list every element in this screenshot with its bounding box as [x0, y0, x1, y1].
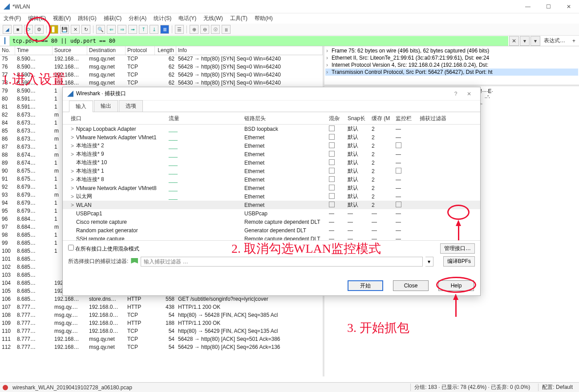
help-button[interactable]: Help [438, 280, 474, 291]
packet-row[interactable]: 1108.777…msg.qy.…192.168.0…TCP54http(80)… [0, 327, 323, 335]
wireshark-fin-icon [67, 91, 73, 97]
go-last-icon[interactable]: ⤓ [150, 25, 158, 34]
close-dialog-button[interactable]: Close [393, 280, 429, 291]
packet-row[interactable]: 758.590…192.168…msg.qy.netTCP6256427 → h… [0, 55, 323, 63]
maximize-button[interactable]: ☐ [538, 0, 559, 13]
reload-icon[interactable]: ↻ [81, 25, 90, 34]
packet-row[interactable]: 788.590…192.168…msg.qy.netTCP6256430 → h… [0, 79, 323, 87]
menu-item[interactable]: 视图(V) [53, 15, 71, 22]
interface-row[interactable]: 本地连接* 10___Ethernet默认2— [63, 158, 480, 167]
annotation-arrow-2 [456, 220, 461, 226]
open-file-icon[interactable]: ▋ [49, 25, 58, 34]
status-profile[interactable]: 配置: Default [538, 384, 576, 391]
dialog-tab[interactable]: 输入 [69, 101, 93, 112]
capture-filter-label: 所选择接口的捕获过滤器: [68, 258, 128, 265]
filter-recent-button[interactable]: ▾ [530, 36, 540, 46]
menu-item[interactable]: 统计(S) [154, 15, 171, 22]
capture-filter-dropdown[interactable]: ▾ [425, 257, 433, 267]
display-filter-bar: ▕▏ ✕ ▾ ▾ 表达式… + [0, 36, 579, 46]
packet-row[interactable]: 1088.777…msg.qy.…192.168.0…TCP54http(80)… [0, 311, 323, 319]
interface-row[interactable]: >本地连接* 9___Ethernet默认2— [63, 150, 480, 158]
filter-bookmark-icon[interactable]: ▕▏ [0, 36, 10, 46]
packet-row[interactable]: 778.590…192.168…msg.qy.netTCP6256429 → h… [0, 71, 323, 79]
packet-row[interactable]: 768.590…192.168…msg.qy.netTCP6256428 → h… [0, 63, 323, 71]
packet-row[interactable]: 1068.685…192.168…store.dns…HTTP558GET /s… [0, 295, 323, 303]
main-toolbar: ◢ ■ ⟳ ⚙ ▋ 💾 ✕ ↻ 🔍 ⇐ ⇒ ➟ ⤒ ⤓ ≣ ☰ ⊕ ⊖ ⦾ ⫼ [0, 23, 579, 36]
menu-item[interactable]: 分析(A) [129, 15, 146, 22]
close-file-icon[interactable]: ✕ [71, 25, 80, 34]
zoom-out-icon[interactable]: ⊖ [200, 25, 209, 34]
auto-scroll-icon[interactable]: ≣ [160, 25, 169, 34]
interface-row[interactable]: >VMware Network Adapter VMnet1___Etherne… [63, 133, 480, 141]
interface-row[interactable]: SSH remote captureRemote capture depende… [63, 234, 480, 240]
menu-item[interactable]: 捕获(C) [104, 15, 122, 22]
filter-clear-button[interactable]: ✕ [509, 36, 519, 46]
menubar: 文件(F)编辑(E)视图(V)跳转(G)捕获(C)分析(A)统计(S)电话(Y)… [0, 13, 579, 23]
capture-options-icon[interactable]: ⚙ [35, 25, 44, 34]
packet-row[interactable]: 1078.777…msg.qy.…192.168.0…HTTP438HTTP/1… [0, 303, 323, 311]
menu-item[interactable]: 工具(T) [230, 15, 247, 22]
interface-row[interactable]: Cisco remote captureRemote capture depen… [63, 218, 480, 226]
packet-row[interactable]: 1098.777…msg.qy.…192.168.0…HTTP188HTTP/1… [0, 319, 323, 327]
interface-row[interactable]: >本地连接* 8___Ethernet默认2— [63, 175, 480, 184]
add-filter-button[interactable]: + [569, 38, 579, 44]
zoom-reset-icon[interactable]: ⦾ [211, 25, 220, 34]
capture-interfaces-dialog: Wireshark · 捕获接口 ? ✕ 输入输出选项 接口 流量 链路层头 混… [62, 87, 481, 296]
dialog-tab[interactable]: 选项 [119, 100, 143, 112]
promiscuous-all-checkbox[interactable]: 在所有接口上使用混杂模式 [68, 245, 139, 253]
dialog-tab[interactable]: 输出 [94, 100, 118, 112]
menu-item[interactable]: 文件(F) [4, 15, 21, 22]
interface-row[interactable]: Random packet generatorGenerator depende… [63, 226, 480, 234]
window-titlebar: *WLAN — ☐ ✕ [0, 0, 579, 13]
stop-capture-icon[interactable]: ■ [13, 25, 22, 34]
packet-list-header[interactable]: No.TimeSourceDestinationProtocolLengthIn… [0, 46, 323, 55]
restart-capture-icon[interactable]: ⟳ [24, 25, 33, 34]
dialog-tabs: 输入输出选项 [63, 101, 480, 112]
status-packet-counts: 分组: 183 · 已显示: 78 (42.6%) · 已丢弃: 0 (0.0%… [410, 384, 534, 391]
start-button[interactable]: 开始 [348, 280, 383, 291]
interface-row[interactable]: >WLANEthernet默认2 [63, 201, 480, 209]
find-icon[interactable]: 🔍 [96, 25, 105, 34]
colorize-icon[interactable]: ☰ [175, 25, 184, 34]
window-title: *WLAN [12, 4, 30, 10]
interface-list[interactable]: >Npcap Loopback Adapter___BSD loopback默认… [63, 125, 480, 240]
menu-item[interactable]: 帮助(H) [255, 15, 273, 22]
go-forward-icon[interactable]: ⇒ [117, 25, 126, 34]
menu-item[interactable]: 电话(Y) [178, 15, 196, 22]
interface-row[interactable]: USBPcap1USBPcap———— [63, 209, 480, 218]
menu-item[interactable]: 无线(W) [203, 15, 223, 22]
go-to-packet-icon[interactable]: ➟ [128, 25, 137, 34]
expert-info-icon[interactable] [3, 385, 8, 390]
menu-item[interactable]: 编辑(E) [28, 15, 46, 22]
save-file-icon[interactable]: 💾 [60, 25, 69, 34]
interface-list-header[interactable]: 接口 流量 链路层头 混杂 Snap长 缓存 (M 监控栏 捕获过滤器 [63, 112, 480, 125]
minimize-button[interactable]: — [518, 0, 538, 13]
start-capture-icon[interactable]: ◢ [3, 25, 12, 34]
go-first-icon[interactable]: ⤒ [139, 25, 148, 34]
interface-row[interactable]: >本地连接* 2___Ethernet默认2 [63, 141, 480, 150]
close-button[interactable]: ✕ [559, 0, 579, 13]
dialog-close-icon[interactable]: ✕ [462, 91, 476, 97]
packet-row[interactable]: 1118.777…192.168…msg.qy.netTCP5456428 → … [0, 335, 323, 344]
expression-button[interactable]: 表达式… [540, 37, 569, 44]
zoom-in-icon[interactable]: ⊕ [190, 25, 198, 34]
menu-item[interactable]: 跳转(G) [78, 15, 96, 22]
packet-row[interactable]: 1128.777…192.168…msg.qy.netTCP5456429 → … [0, 344, 323, 352]
dialog-help-icon[interactable]: ? [449, 91, 462, 97]
manage-interfaces-button[interactable]: 管理接口… [440, 243, 475, 254]
interface-row[interactable]: >以太网___Ethernet默认2— [63, 192, 480, 201]
status-filename: wireshark_WLAN_20190419102728_a06180.pca… [12, 384, 132, 391]
go-back-icon[interactable]: ⇐ [107, 25, 116, 34]
interface-row[interactable]: >VMware Network Adapter VMnet8___Etherne… [63, 184, 480, 192]
statusbar: wireshark_WLAN_20190419102728_a06180.pca… [0, 382, 579, 392]
interface-row[interactable]: >Npcap Loopback Adapter___BSD loopback默认… [63, 125, 480, 133]
filter-apply-dropdown[interactable]: ▾ [520, 36, 530, 46]
wireshark-fin-icon [4, 4, 10, 10]
display-filter-input[interactable] [10, 36, 508, 46]
compile-bpf-button[interactable]: 编译BPFs [443, 256, 475, 267]
filter-bookmark-icon[interactable] [131, 258, 138, 265]
packet-details-pane[interactable]: ›Frame 75: 62 bytes on wire (496 bits), … [324, 46, 579, 86]
capture-filter-input[interactable] [141, 257, 422, 267]
resize-columns-icon[interactable]: ⫼ [222, 25, 231, 34]
interface-row[interactable]: >本地连接* 1___Ethernet默认2 [63, 167, 480, 175]
